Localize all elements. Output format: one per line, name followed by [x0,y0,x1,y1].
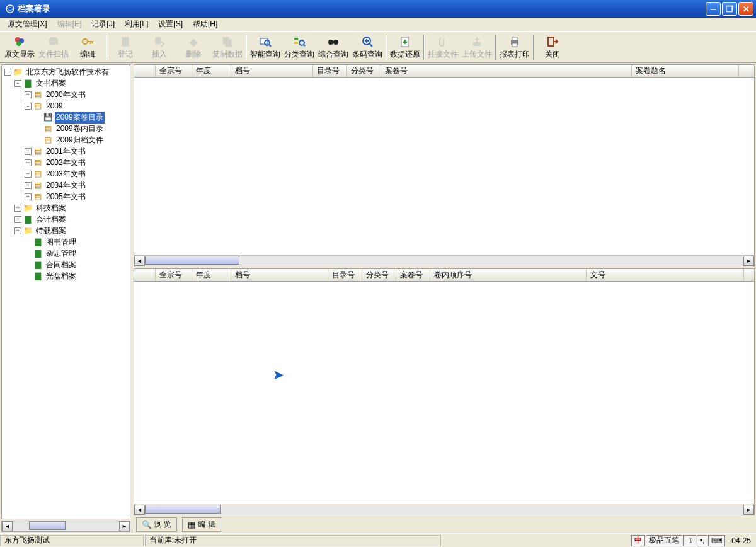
tree-node[interactable]: -▇文书档案 [2,78,130,89]
expand-icon[interactable]: + [25,182,32,189]
tree-label[interactable]: 图书管理 [45,236,77,248]
tree-node[interactable]: +▤2005年文书 [2,191,130,202]
column-header[interactable]: 案卷题名 [632,65,739,77]
tree-label[interactable]: 科技档案 [35,202,67,214]
column-header[interactable]: 全宗号 [156,269,192,281]
tree-label[interactable]: 2002年文书 [45,157,87,169]
tab-edit[interactable]: ▦编 辑 [182,517,220,532]
tree-node[interactable]: ▇光盘档案 [2,270,130,282]
expand-icon[interactable]: - [4,69,11,76]
top-grid-hscroll[interactable]: ◄ ► [134,255,754,267]
bottom-grid-header[interactable]: 全宗号年度档号目录号分类号案卷号卷内顺序号文号 [134,269,754,282]
expand-icon[interactable]: + [25,193,32,200]
close-button[interactable]: ✕ [738,2,753,16]
top-grid-header[interactable]: 全宗号年度档号目录号分类号案卷号案卷题名 [134,65,754,78]
column-header[interactable]: 分类号 [362,269,396,281]
menu-item-5[interactable]: 帮助[H] [188,18,222,31]
column-header[interactable]: 年度 [192,269,231,281]
tree-label[interactable]: 2003年文书 [45,168,87,180]
tree-label[interactable]: 光盘档案 [45,270,77,282]
tree-node[interactable]: 💾2009案卷目录 [2,112,130,123]
tree-label[interactable]: 北京东方飞扬软件技术有 [25,66,110,78]
tree-label[interactable]: 2009归档文件 [55,134,105,146]
tree-label[interactable]: 2004年文书 [45,180,87,192]
maximize-button[interactable]: ❐ [722,2,737,16]
menu-item-3[interactable]: 利用[L] [120,18,153,31]
ime-punct-icon[interactable]: •, [697,535,708,546]
bottom-grid-body[interactable]: ➤ [134,282,754,504]
tree-label[interactable]: 合同档案 [45,259,77,271]
expand-icon[interactable]: + [14,216,21,223]
tree-node[interactable]: +▤2002年文书 [2,157,130,168]
expand-icon[interactable]: - [25,103,32,110]
toolbar-zoomplus-button[interactable]: 条码查询 [350,33,384,62]
tree-label[interactable]: 2009 [45,101,64,111]
tree-node[interactable]: +▤2003年文书 [2,168,130,180]
expand-icon[interactable]: - [14,80,21,87]
menu-item-0[interactable]: 原文管理[X] [3,18,52,31]
expand-icon[interactable]: + [25,159,32,166]
tree-label[interactable]: 会计档案 [35,214,67,226]
ime-panel[interactable]: 中 极品五笔 ☽ •, ⌨ [631,535,726,546]
tree-node[interactable]: +▤2000年文书 [2,89,130,100]
tree-node[interactable]: ▇杂志管理 [2,248,130,259]
toolbar-exit-button[interactable]: 关闭 [536,33,570,62]
menu-item-4[interactable]: 设置[S] [153,18,188,31]
tree-node[interactable]: +📁科技档案 [2,202,130,214]
ime-name[interactable]: 极品五笔 [646,535,682,546]
toolbar-restore-button[interactable]: 数据还原 [388,33,422,62]
scroll-right-icon[interactable]: ► [743,256,754,266]
tree-hscroll[interactable]: ◄ ► [1,521,130,532]
tree-node[interactable]: -📁北京东方飞扬软件技术有 [2,66,130,78]
column-header[interactable]: 目录号 [313,65,347,77]
expand-icon[interactable]: + [14,227,21,234]
tree-label[interactable]: 2000年文书 [45,89,87,101]
column-header[interactable]: 文号 [587,269,744,281]
expand-icon[interactable]: + [25,171,32,178]
toolbar-circles-button[interactable]: 原文显示 [3,33,37,62]
toolbar-binoc-button[interactable]: 综合查询 [316,33,350,62]
scroll-right-icon[interactable]: ► [743,505,754,515]
tree-label[interactable]: 2009卷内目录 [55,123,105,135]
scroll-left-icon[interactable]: ◄ [2,521,13,531]
expand-icon[interactable]: + [14,205,21,212]
ime-moon-icon[interactable]: ☽ [683,535,696,546]
tree-label[interactable]: 2001年文书 [45,146,87,158]
scroll-left-icon[interactable]: ◄ [134,505,145,515]
column-header[interactable]: 年度 [192,65,231,77]
toolbar-smartsearch-button[interactable]: 智能查询 [248,33,282,62]
tree-node[interactable]: +▤2001年文书 [2,146,130,157]
scroll-right-icon[interactable]: ► [119,521,130,531]
ime-keyboard-icon[interactable]: ⌨ [708,535,725,546]
menu-item-2[interactable]: 记录[J] [86,18,120,31]
column-header[interactable]: 全宗号 [156,65,192,77]
ime-zh-icon[interactable]: 中 [631,535,645,546]
minimize-button[interactable]: ─ [706,2,721,16]
column-header[interactable]: 目录号 [328,269,362,281]
column-header[interactable]: 案卷号 [381,65,632,77]
tree-label[interactable]: 特载档案 [35,225,67,237]
tree-label[interactable]: 2005年文书 [45,191,87,203]
tree-node[interactable]: +▇会计档案 [2,214,130,225]
tree-node[interactable]: ▤2009卷内目录 [2,123,130,134]
tree[interactable]: -📁北京东方飞扬软件技术有-▇文书档案+▤2000年文书-▤2009💾2009案… [1,64,130,519]
tree-label[interactable]: 文书档案 [35,78,67,89]
tree-node[interactable]: ▇图书管理 [2,236,130,248]
tree-node[interactable]: ▤2009归档文件 [2,134,130,146]
tree-node[interactable]: +▤2004年文书 [2,180,130,191]
column-header[interactable]: 分类号 [347,65,381,77]
column-header[interactable] [134,269,156,281]
column-header[interactable]: 卷内顺序号 [430,269,587,281]
expand-icon[interactable]: + [25,148,32,155]
tree-label[interactable]: 杂志管理 [45,248,77,260]
top-grid-body[interactable] [134,78,754,255]
toolbar-key-button[interactable]: 编辑 [71,33,105,62]
scroll-left-icon[interactable]: ◄ [134,256,145,266]
toolbar-catsearch-button[interactable]: 分类查询 [282,33,316,62]
column-header[interactable]: 档号 [231,65,313,77]
column-header[interactable]: 档号 [231,269,328,281]
bottom-grid-hscroll[interactable]: ◄ ► [134,504,754,515]
column-header[interactable] [134,65,156,77]
column-header[interactable]: 案卷号 [396,269,430,281]
tree-label[interactable]: 2009案卷目录 [55,112,105,124]
